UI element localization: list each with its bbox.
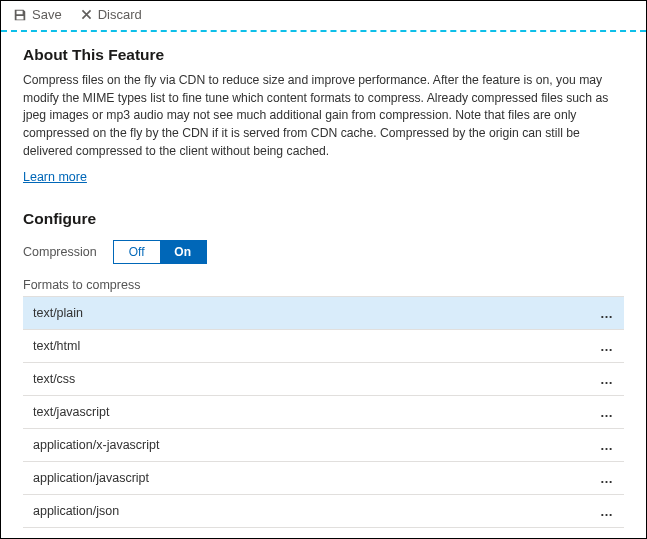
toggle-on[interactable]: On (160, 241, 206, 263)
format-value: text/plain (23, 306, 590, 320)
more-icon[interactable]: … (590, 405, 624, 420)
list-item[interactable]: application/javascript … (23, 461, 624, 495)
learn-more-link[interactable]: Learn more (23, 170, 87, 184)
formats-list: text/plain … text/html … text/css … text… (23, 296, 624, 539)
about-title: About This Feature (23, 46, 624, 64)
more-icon[interactable]: … (590, 471, 624, 486)
formats-label: Formats to compress (23, 278, 624, 292)
list-item[interactable]: text/css … (23, 362, 624, 396)
list-item[interactable]: text/javascript … (23, 395, 624, 429)
more-icon[interactable]: … (590, 438, 624, 453)
compression-label: Compression (23, 245, 97, 259)
about-description: Compress files on the fly via CDN to red… (23, 72, 624, 160)
configure-title: Configure (23, 210, 624, 228)
discard-icon (80, 8, 93, 21)
save-label: Save (32, 7, 62, 22)
save-button[interactable]: Save (13, 7, 62, 22)
format-value: text/html (23, 339, 590, 353)
compression-toggle[interactable]: Off On (113, 240, 207, 264)
format-value: application/x-javascript (23, 438, 590, 452)
list-item[interactable]: application/x-javascript … (23, 428, 624, 462)
format-value: application/javascript (23, 471, 590, 485)
more-icon[interactable]: … (590, 372, 624, 387)
more-icon[interactable]: … (590, 504, 624, 519)
more-icon[interactable]: … (590, 306, 624, 321)
toggle-off[interactable]: Off (114, 241, 160, 263)
list-item[interactable]: application/json … (23, 494, 624, 528)
list-item[interactable]: text/plain … (23, 296, 624, 330)
save-icon (13, 8, 27, 22)
list-item[interactable]: text/html … (23, 329, 624, 363)
format-value: text/css (23, 372, 590, 386)
format-value: application/json (23, 504, 590, 518)
more-icon[interactable]: … (590, 339, 624, 354)
toolbar: Save Discard (1, 1, 646, 32)
format-value: text/javascript (23, 405, 590, 419)
list-item[interactable]: application/xml … (23, 527, 624, 539)
discard-button[interactable]: Discard (80, 7, 142, 22)
discard-label: Discard (98, 7, 142, 22)
